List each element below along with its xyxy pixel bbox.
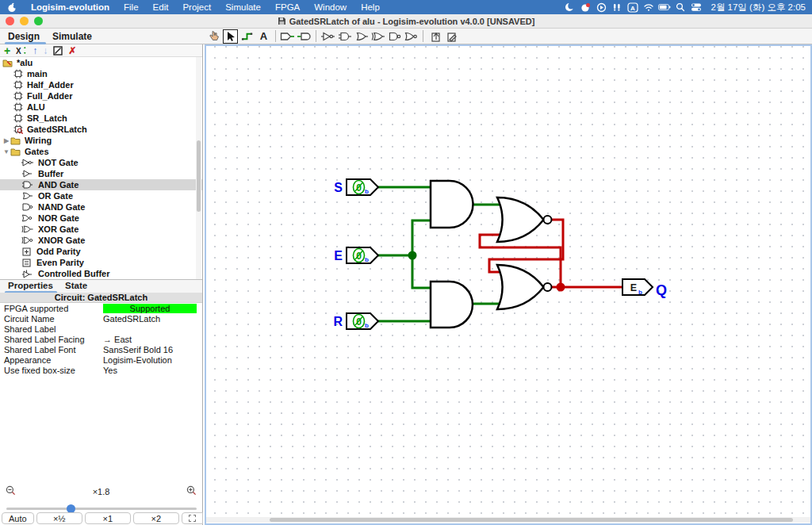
tree-item-current-circuit[interactable]: GatedSRLatch [0,124,202,135]
chevron-right-icon[interactable]: ▶ [2,137,10,144]
property-value-fixed-box-size[interactable]: Yes [103,366,197,375]
menu-window[interactable]: Window [307,0,354,14]
menu-help[interactable]: Help [354,0,387,14]
canvas-horizontal-scrollbar[interactable] [206,517,810,523]
input-pin-e[interactable]: 0 b E [334,247,378,263]
spotlight-icon[interactable] [674,1,687,13]
move-circuit-up-button[interactable]: ↑ [33,45,37,56]
tree-item-not-gate[interactable]: NOT Gate [0,157,202,168]
or-gate-tool-button[interactable] [354,29,369,44]
menu-app-name[interactable]: Logisim-evolution [24,0,117,14]
nor-gate-top[interactable] [497,197,552,242]
menu-edit[interactable]: Edit [146,0,176,14]
menu-simulate[interactable]: Simulate [218,0,268,14]
wifi-icon[interactable] [642,1,655,13]
property-value-fpga-supported[interactable]: Supported [103,304,197,313]
edit-tool-button[interactable] [223,29,238,44]
tree-folder-wiring[interactable]: ▶ Wiring [0,135,202,146]
tree-item-circuit[interactable]: ALU [0,102,202,113]
property-value-shared-label-font[interactable]: SansSerif Bold 16 [103,345,197,354]
menu-clock[interactable]: 2월 17일 (화) 오후 2:05 [706,2,806,13]
tree-item-buffer[interactable]: Buffer [0,168,202,179]
property-value-shared-label-facing[interactable]: → East [103,335,197,344]
nor-gate-bottom[interactable] [497,265,552,309]
zoom-auto-button[interactable]: Auto [2,512,34,524]
tree-item-and-gate[interactable]: AND Gate [0,179,202,190]
tree-item-xnor-gate[interactable]: XNOR Gate [0,235,202,246]
tree-item-controlled-buffer[interactable]: Controlled Buffer [0,268,202,279]
and-gate-top[interactable] [431,181,473,228]
battery-icon[interactable] [658,1,671,13]
project-icon [2,58,13,67]
play-circle-icon[interactable] [595,1,607,13]
apple-menu[interactable] [0,0,24,14]
tab-simulate[interactable]: Simulate [52,29,92,44]
tree-item-circuit[interactable]: Full_Adder [0,90,202,102]
input-pin-tool-button[interactable] [280,29,295,44]
appearance-edit-tool-button[interactable] [444,29,459,44]
tree-item-circuit[interactable]: Half_Adder [0,79,202,90]
zoom-region-button[interactable] [182,512,203,524]
chevron-down-icon[interactable]: ▼ [2,148,10,155]
input-pin-s[interactable]: 0 b S [334,179,378,195]
subcircuit-up-tool-button[interactable] [427,29,442,44]
not-gate-tool-button[interactable] [320,29,335,44]
tree-item-nor-gate[interactable]: NOR Gate [0,213,202,224]
move-circuit-down-button[interactable]: ↓ [43,45,48,56]
property-row: FPGA supported Supported [0,303,202,313]
folder-icon [10,147,21,156]
and-gate-tool-button[interactable] [337,29,352,44]
zoom-slider-track[interactable] [6,508,197,510]
tree-scrollbar-thumb[interactable] [197,140,201,212]
zoom-in-icon[interactable] [186,485,197,499]
menu-file[interactable]: File [117,0,146,14]
wiring-tool-button[interactable] [239,29,255,44]
wire-junction-green[interactable] [408,251,417,260]
tree-item-label: NOT Gate [38,158,79,167]
edit-appearance-button[interactable] [53,45,63,56]
input-source-icon[interactable]: A [626,1,639,13]
tree-item-odd-parity[interactable]: Odd Parity [0,246,202,257]
input-pin-r[interactable]: 0 b R [333,313,378,329]
moon-icon[interactable] [563,1,576,13]
menu-fpga[interactable]: FPGA [268,0,307,14]
poke-tool-button[interactable] [206,29,221,44]
canvas-hscroll-thumb[interactable] [270,518,793,522]
xor-gate-tool-button[interactable] [370,29,385,44]
tree-scrollbar[interactable] [196,57,201,279]
zoom-2x-button[interactable]: ×2 [133,512,179,524]
tree-item-xor-gate[interactable]: XOR Gate [0,224,202,235]
add-circuit-button[interactable]: + [4,45,10,56]
explorer-toolbar: + X ↑ ↓ ✗ [0,44,202,57]
tree-item-nand-gate[interactable]: NAND Gate [0,201,202,213]
tree-item-project[interactable]: *alu [0,57,202,68]
property-value-appearance[interactable]: Logisim-Evolution [103,355,197,365]
menu-project[interactable]: Project [175,0,218,14]
property-row: Circuit Name GatedSRLatch [0,313,202,324]
tree-item-or-gate[interactable]: OR Gate [0,190,202,201]
tree-item-circuit[interactable]: SR_Latch [0,113,202,124]
tree-folder-gates[interactable]: ▼ Gates [0,146,202,157]
property-row: Shared Label Font SansSerif Bold 16 [0,344,202,354]
tree-item-label: SR_Latch [27,113,67,123]
property-value-circuit-name[interactable]: GatedSRLatch [103,314,197,324]
nand-gate-tool-button[interactable] [387,29,402,44]
tree-item-even-parity[interactable]: Even Parity [0,257,202,268]
zoom-out-icon[interactable] [6,485,16,499]
zoom-half-button[interactable]: ×½ [36,512,82,524]
tab-state[interactable]: State [65,281,87,290]
output-pin-tool-button[interactable] [297,29,312,44]
airpods-icon[interactable] [611,1,623,13]
and-gate-bottom[interactable] [431,282,473,328]
output-pin-q[interactable]: E b Q [622,279,667,298]
notification-app-icon[interactable] [579,1,592,13]
tree-item-circuit[interactable]: main [0,68,202,79]
remove-circuit-button[interactable]: ✗ [68,45,76,56]
nor-gate-tool-button[interactable] [404,29,419,44]
wire-junction-red[interactable] [557,283,565,292]
user-switch-icon[interactable] [690,1,703,13]
tab-properties[interactable]: Properties [8,281,53,290]
text-tool-button[interactable]: A [256,29,271,44]
add-vhdl-button[interactable]: X [16,45,27,56]
zoom-1x-button[interactable]: ×1 [85,512,131,524]
